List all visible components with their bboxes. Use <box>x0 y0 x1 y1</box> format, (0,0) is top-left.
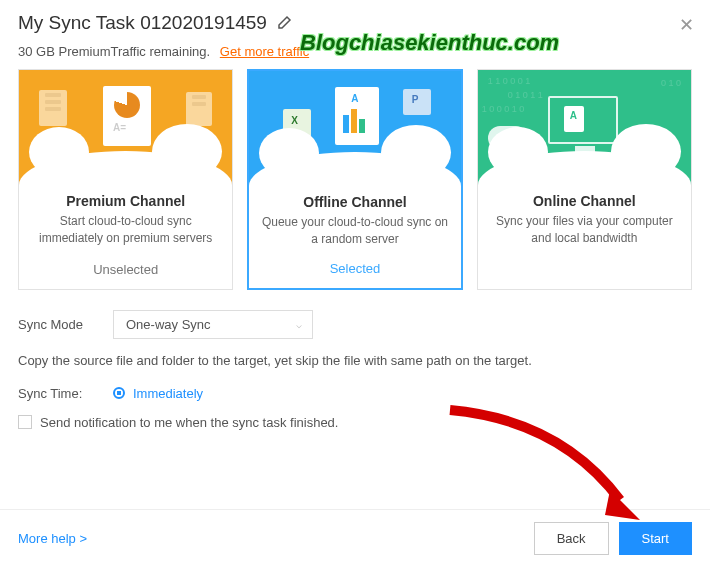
sync-mode-select[interactable]: One-way Sync ⌵ <box>113 310 313 339</box>
card-premium-channel[interactable]: A= Premium Channel Start cloud-to-cloud … <box>18 69 233 290</box>
card-state: Unselected <box>29 262 222 277</box>
card-desc: Queue your cloud-to-cloud sync on a rand… <box>259 214 450 249</box>
get-traffic-link[interactable]: Get more traffic <box>220 44 309 59</box>
sync-time-label: Sync Time: <box>18 386 113 401</box>
channel-cards: A= Premium Channel Start cloud-to-cloud … <box>18 69 692 290</box>
card-online-channel[interactable]: 1 1 0 0 0 1 0 1 0 1 1 1 0 0 0 1 0 0 1 0 … <box>477 69 692 290</box>
back-button[interactable]: Back <box>534 522 609 555</box>
card-title: Premium Channel <box>29 193 222 209</box>
card-title: Online Channel <box>488 193 681 209</box>
chevron-down-icon: ⌵ <box>296 319 302 330</box>
page-title: My Sync Task 012020191459 <box>18 12 267 34</box>
sync-mode-label: Sync Mode <box>18 317 113 332</box>
edit-icon[interactable] <box>277 14 293 33</box>
sync-time-value[interactable]: Immediately <box>133 386 203 401</box>
sync-mode-description: Copy the source file and folder to the t… <box>18 353 692 368</box>
traffic-row: 30 GB PremiumTraffic remaining. Get more… <box>18 44 692 59</box>
premium-illustration: A= <box>19 70 232 185</box>
sync-time-radio-immediately[interactable] <box>113 387 125 399</box>
monitor-icon: A <box>548 96 618 144</box>
close-icon[interactable]: ✕ <box>679 14 694 36</box>
more-help-link[interactable]: More help > <box>18 531 87 546</box>
card-title: Offline Channel <box>259 194 450 210</box>
traffic-remaining: 30 GB PremiumTraffic remaining. <box>18 44 210 59</box>
notify-checkbox[interactable] <box>18 415 32 429</box>
card-desc: Start cloud-to-cloud sync immediately on… <box>29 213 222 250</box>
offline-illustration: X A P <box>249 71 460 186</box>
card-desc: Sync your files via your computer and lo… <box>488 213 681 265</box>
dialog-footer: More help > Back Start <box>0 509 710 567</box>
online-illustration: 1 1 0 0 0 1 0 1 0 1 1 1 0 0 0 1 0 0 1 0 … <box>478 70 691 185</box>
card-offline-channel[interactable]: X A P Offline Channel Queue your cloud-t… <box>247 69 462 290</box>
start-button[interactable]: Start <box>619 522 692 555</box>
card-state: Selected <box>259 261 450 276</box>
notify-label: Send notification to me when the sync ta… <box>40 415 338 430</box>
sync-mode-value: One-way Sync <box>126 317 211 332</box>
